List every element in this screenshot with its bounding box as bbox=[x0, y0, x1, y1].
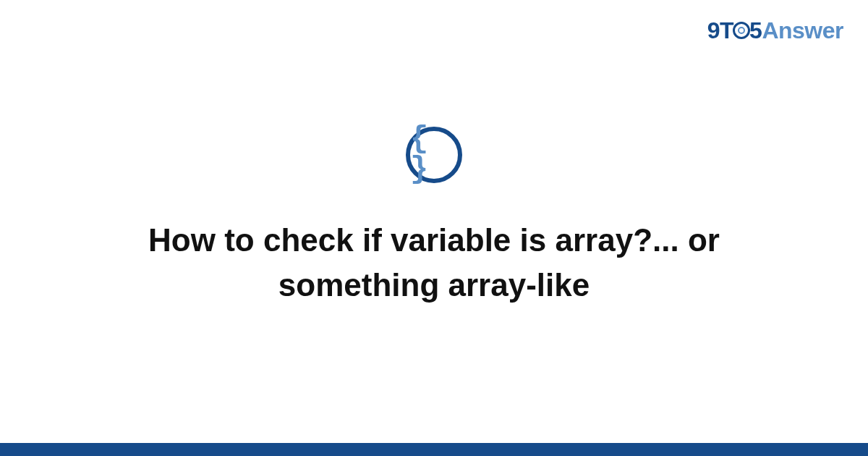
main-content: { } How to check if variable is array?..… bbox=[0, 0, 868, 456]
code-braces-icon: { } bbox=[410, 124, 458, 185]
topic-icon-wrapper: { } bbox=[406, 127, 462, 183]
question-title: How to check if variable is array?... or… bbox=[87, 218, 781, 307]
footer-bar bbox=[0, 443, 868, 456]
